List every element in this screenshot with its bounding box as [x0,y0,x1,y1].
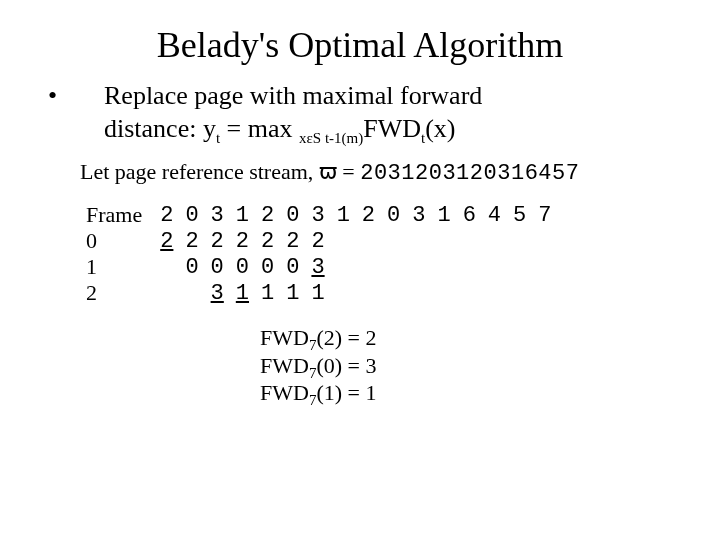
bullet-line2d: (x) [425,114,455,143]
frame-cell [406,280,431,306]
frame-cell [331,254,356,280]
frame-header-cell: 2 [356,202,381,228]
bullet-line2c: FWD [363,114,421,143]
frame-cell [179,280,204,306]
frame-cell: 1 [280,280,305,306]
frame-header-cell: 1 [331,202,356,228]
frame-cell: 2 [255,228,280,254]
bullet-sub2: xεS t-1(m) [299,130,363,146]
frame-header-cell: 5 [507,202,532,228]
frame-cell [381,280,406,306]
fwd-block: FWD7(2) = 2 FWD7(0) = 3 FWD7(1) = 1 [40,324,680,407]
frame-cell: 2 [154,228,179,254]
frame-cell: 1 [255,280,280,306]
frame-row-label: 2 [80,280,154,306]
frame-header-cell: 0 [381,202,406,228]
frame-cell [356,228,381,254]
bullet-line2a: distance: y [104,114,216,143]
frame-cell: 1 [305,280,330,306]
bullet-item: •Replace page with maximal forward dista… [40,80,680,145]
frame-cell [431,254,456,280]
slide-title: Belady's Optimal Algorithm [40,24,680,66]
frame-cell: 0 [179,254,204,280]
frame-cell: 0 [255,254,280,280]
frame-cell [406,254,431,280]
frame-cell [532,254,557,280]
stream-value: 2031203120316457 [360,161,579,186]
frame-cell [356,280,381,306]
frame-cell [457,228,482,254]
frame-cell: 2 [305,228,330,254]
frame-cell [154,254,179,280]
frame-cell [381,228,406,254]
frame-cell: 3 [305,254,330,280]
frame-header-cell: 7 [532,202,557,228]
frame-cell [431,280,456,306]
fwd-line-2: FWD7(0) = 3 [260,352,680,380]
bullet-line1: Replace page with maximal forward [104,81,482,110]
reference-stream: Let page reference stream, ϖ = 203120312… [40,159,680,186]
frame-cell [507,280,532,306]
frame-cell [532,280,557,306]
frame-header-cell: 4 [482,202,507,228]
frame-row-label: 1 [80,254,154,280]
frame-cell: 0 [230,254,255,280]
frame-cell [431,228,456,254]
frames-table: Frame20312031203164570222222210000032311… [80,202,557,306]
bullet-dot: • [76,80,104,113]
frame-cell [482,228,507,254]
frame-cell: 0 [280,254,305,280]
frame-cell [507,254,532,280]
frame-cell: 2 [230,228,255,254]
frame-header-cell: 3 [205,202,230,228]
frame-cell [154,280,179,306]
frame-cell [331,280,356,306]
frame-header-cell: 3 [305,202,330,228]
frame-header-cell: 0 [179,202,204,228]
frame-header-cell: 3 [406,202,431,228]
stream-label: Let page reference stream, ϖ = [80,159,360,184]
frame-cell [482,280,507,306]
frame-header-cell: 2 [255,202,280,228]
frame-cell [507,228,532,254]
frame-cell [457,254,482,280]
frame-cell: 2 [179,228,204,254]
frame-cell [381,254,406,280]
frame-cell: 0 [205,254,230,280]
frame-cell: 2 [280,228,305,254]
frame-cell [406,228,431,254]
frame-cell [331,228,356,254]
bullet-line2b: = max [220,114,299,143]
frame-cell [532,228,557,254]
frame-row-label: 0 [80,228,154,254]
frame-cell: 3 [205,280,230,306]
frame-header-cell: 2 [154,202,179,228]
frame-header-cell: 0 [280,202,305,228]
frame-cell [457,280,482,306]
frame-cell: 2 [205,228,230,254]
frame-header-label: Frame [80,202,154,228]
frame-header-cell: 1 [431,202,456,228]
frame-cell: 1 [230,280,255,306]
fwd-line-1: FWD7(2) = 2 [260,324,680,352]
frame-header-cell: 1 [230,202,255,228]
frame-cell [482,254,507,280]
fwd-line-3: FWD7(1) = 1 [260,379,680,407]
frame-header-cell: 6 [457,202,482,228]
frame-cell [356,254,381,280]
